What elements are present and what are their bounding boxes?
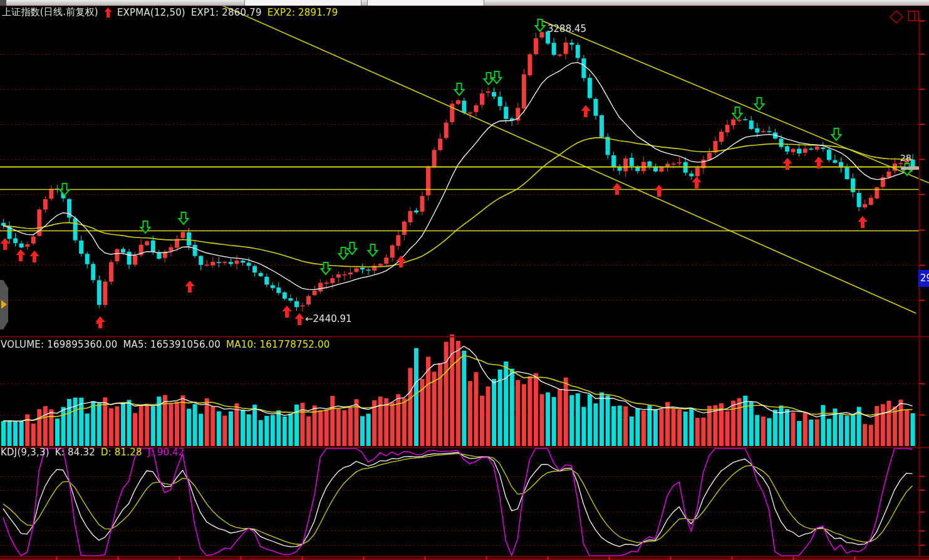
tab-segment[interactable] [367, 0, 484, 6]
volume-ma10-value: MA10: 161778752.00 [226, 339, 330, 350]
peak-price-label: 3288.45 [548, 23, 586, 34]
window-tab-strip[interactable] [0, 0, 929, 6]
volume-value: VOLUME: 169895360.00 [1, 339, 117, 350]
kdj-header: KDJ(9,3,3) K: 84.32 D: 81.28 J: 90.42 [1, 447, 190, 458]
volume-ma5-value: MA5: 165391056.00 [123, 339, 221, 350]
trading-terminal: 上证指数(日线.前复权) EXPMA(12,50) EXP1: 2860.79 … [0, 0, 929, 560]
kdj-j-value: J: 90.42 [148, 447, 185, 458]
up-arrow-icon [104, 8, 112, 18]
exp2-value: EXP2: 2891.79 [267, 7, 338, 18]
split-window-icon[interactable] [908, 11, 919, 21]
kdj-name: KDJ(9,3,3) [1, 447, 49, 458]
axis-price-marker [901, 167, 919, 170]
axis-price-label: 28 [900, 153, 911, 163]
sidebar-expander[interactable] [0, 280, 8, 329]
volume-header: VOLUME: 169895360.00 MA5: 165391056.00 M… [1, 339, 336, 350]
split-window-icon-divider [914, 12, 915, 20]
chart-canvas[interactable] [0, 0, 929, 560]
exp1-value: EXP1: 2860.79 [191, 7, 262, 18]
main-chart-header: 上证指数(日线.前复权) EXPMA(12,50) EXP1: 2860.79 … [2, 6, 344, 18]
trough-price-label: ←2440.91 [305, 313, 352, 324]
kdj-d-value: D: 81.28 [101, 447, 142, 458]
kdj-k-value: K: 84.32 [55, 447, 95, 458]
tab-segment[interactable] [244, 0, 361, 6]
symbol-title: 上证指数(日线.前复权) [2, 6, 98, 18]
window-corner [0, 0, 6, 6]
indicator-name: EXPMA(12,50) [117, 7, 185, 18]
axis-blue-label: 29 [918, 270, 929, 287]
expand-arrow-icon [1, 300, 7, 309]
